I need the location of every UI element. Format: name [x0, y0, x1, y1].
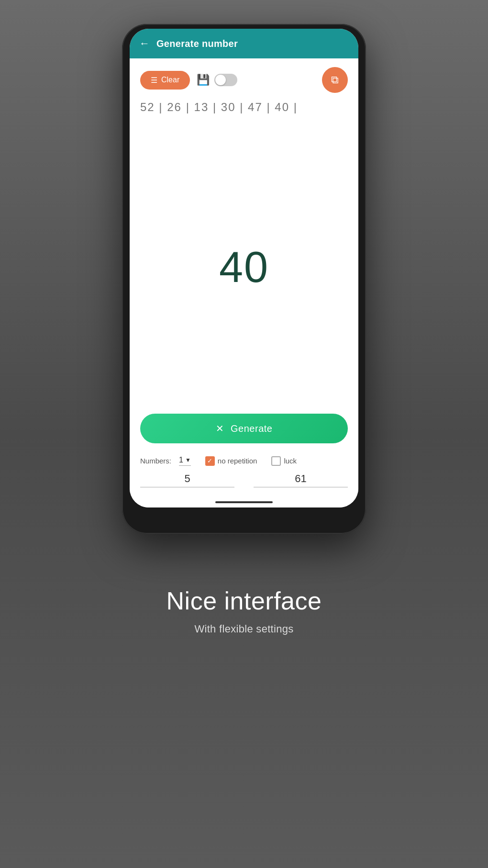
generate-btn-area: ✕ Generate	[130, 414, 358, 451]
large-number-area: 40	[130, 121, 358, 414]
page-title: Generate number	[156, 38, 238, 49]
main-tagline: Nice interface	[166, 586, 322, 615]
max-input-group: 61	[254, 473, 348, 487]
numbers-history: 52 | 26 | 13 | 30 | 47 | 40 |	[130, 98, 358, 121]
clear-button[interactable]: ☰ Clear	[140, 71, 190, 90]
nav-bar	[215, 501, 273, 503]
phone-shell: ← Generate number ☰ Clear 💾 ⧉	[122, 24, 366, 534]
sub-tagline: With flexible settings	[194, 623, 293, 635]
save-toggle[interactable]	[214, 74, 237, 86]
shuffle-icon: ✕	[216, 423, 224, 434]
no-repetition-label: no repetition	[218, 457, 257, 465]
copy-icon: ⧉	[331, 74, 339, 86]
save-toggle-area: 💾	[197, 74, 237, 86]
app-header: ← Generate number	[130, 29, 358, 58]
bottom-nav	[130, 497, 358, 507]
options-row: Numbers: 1 ▼ ✓ no repetition luck	[130, 451, 358, 473]
back-button[interactable]: ←	[139, 37, 150, 50]
clear-label: Clear	[161, 76, 179, 84]
bottom-section: Nice interface With flexible settings	[0, 586, 488, 635]
min-value[interactable]: 5	[184, 473, 190, 485]
app-content: ☰ Clear 💾 ⧉ 52 | 26 | 13 | 30 | 47 | 40 …	[130, 58, 358, 507]
phone-screen: ← Generate number ☰ Clear 💾 ⧉	[130, 29, 358, 507]
luck-option: luck	[271, 456, 297, 466]
dropdown-arrow-icon: ▼	[185, 457, 191, 463]
menu-icon: ☰	[151, 76, 157, 85]
range-row: 5 61	[130, 473, 358, 497]
luck-label: luck	[284, 457, 297, 465]
min-input-group: 5	[140, 473, 234, 487]
no-repetition-checkbox[interactable]: ✓	[205, 456, 215, 466]
toggle-knob	[215, 75, 226, 85]
generate-button[interactable]: ✕ Generate	[140, 414, 348, 443]
numbers-label: Numbers:	[140, 457, 171, 465]
luck-checkbox[interactable]	[271, 456, 281, 466]
numbers-dropdown[interactable]: 1 ▼	[179, 456, 191, 466]
numbers-value: 1	[179, 456, 183, 464]
no-repetition-option: ✓ no repetition	[205, 456, 257, 466]
save-icon[interactable]: 💾	[197, 74, 210, 86]
generate-label: Generate	[231, 423, 272, 434]
current-number: 40	[219, 243, 269, 292]
copy-button[interactable]: ⧉	[322, 67, 348, 93]
max-value[interactable]: 61	[295, 473, 306, 485]
toolbar-row: ☰ Clear 💾 ⧉	[130, 58, 358, 98]
